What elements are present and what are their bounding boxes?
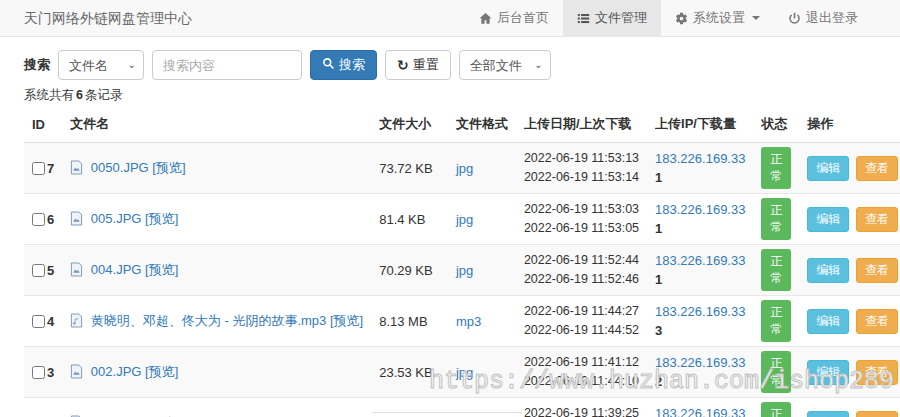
preview-link[interactable]: [预览] <box>145 211 178 226</box>
header-status: 状态 <box>753 107 799 143</box>
format-link[interactable]: jpg <box>456 212 473 227</box>
image-file-icon <box>70 262 83 280</box>
file-link[interactable]: 黄晓明、邓超、佟大为 - 光阴的故事.mp3 <box>91 313 326 328</box>
preview-link[interactable]: [预览] <box>330 313 363 328</box>
last-download-date: 2022-06-19 11:53:05 <box>524 219 639 238</box>
search-button[interactable]: 搜索 <box>310 50 377 80</box>
ip-link[interactable]: 183.226.169.33 <box>655 404 745 417</box>
format-link[interactable]: jpg <box>456 263 473 278</box>
edit-button[interactable]: 编辑 <box>807 360 849 385</box>
view-button[interactable]: 查看 <box>856 411 898 417</box>
search-field-select[interactable]: 文件名 <box>58 50 144 80</box>
preview-link[interactable]: [预览] <box>145 364 178 379</box>
search-icon <box>322 57 335 73</box>
reset-button[interactable]: ↻ 重置 <box>385 50 451 80</box>
file-link[interactable]: 002.JPG <box>91 364 142 379</box>
row-checkbox[interactable] <box>32 315 45 328</box>
view-button[interactable]: 查看 <box>856 207 898 232</box>
file-type-select[interactable]: 全部文件 <box>459 50 551 80</box>
ip-link[interactable]: 183.226.169.33 <box>655 251 745 271</box>
files-table: ID 文件名 文件大小 文件格式 上传日期/上次下载 上传IP/下载量 状态 操… <box>24 107 900 417</box>
download-count: 3 <box>655 321 745 341</box>
nav-item-label: 后台首页 <box>497 9 549 27</box>
image-file-icon <box>70 160 83 178</box>
view-button[interactable]: 查看 <box>856 156 898 181</box>
row-checkbox[interactable] <box>32 162 45 175</box>
chevron-down-icon <box>752 16 760 20</box>
edit-button[interactable]: 编辑 <box>807 207 849 232</box>
list-icon <box>577 12 590 25</box>
refresh-icon: ↻ <box>397 58 409 72</box>
row-checkbox[interactable] <box>32 264 45 277</box>
header-format: 文件格式 <box>448 107 516 143</box>
row-checkbox[interactable] <box>32 366 45 379</box>
format-link[interactable]: jpg <box>456 161 473 176</box>
view-button[interactable]: 查看 <box>856 309 898 334</box>
last-download-date: 2022-06-19 11:53:14 <box>524 168 639 187</box>
download-count: 1 <box>655 219 745 239</box>
header-id: ID <box>24 107 62 143</box>
download-count: 2 <box>655 372 745 392</box>
ip-link[interactable]: 183.226.169.33 <box>655 149 745 169</box>
row-id: 3 <box>47 365 54 380</box>
file-link[interactable]: 004.JPG <box>91 262 142 277</box>
row-checkbox[interactable] <box>32 213 45 226</box>
upload-date: 2022-06-19 11:44:27 <box>524 302 639 321</box>
ip-link[interactable]: 183.226.169.33 <box>655 353 745 373</box>
table-row: 7 0050.JPG [预览] 73.72 KB jpg 2022-06-19 … <box>24 143 900 194</box>
last-download-date: 2022-06-19 11:44:10 <box>524 372 639 391</box>
search-bar: 搜索 文件名 ⌄ 搜索 ↻ 重置 全部文件 ⌄ <box>24 50 876 80</box>
file-link[interactable]: 005.JPG <box>91 211 142 226</box>
edit-button[interactable]: 编辑 <box>807 411 849 417</box>
pagination-cutoff <box>372 412 522 417</box>
image-file-icon <box>70 364 83 382</box>
status-badge: 正常 <box>761 147 791 189</box>
nav-item-logout[interactable]: 退出登录 <box>774 0 872 36</box>
status-badge: 正常 <box>761 402 791 417</box>
status-badge: 正常 <box>761 198 791 240</box>
status-badge: 正常 <box>761 300 791 342</box>
header-filename: 文件名 <box>62 107 371 143</box>
nav-item-label: 文件管理 <box>595 9 647 27</box>
table-row: 5 004.JPG [预览] 70.29 KB jpg 2022-06-19 1… <box>24 245 900 296</box>
music-file-icon <box>70 313 83 331</box>
file-size: 70.29 KB <box>371 245 448 296</box>
nav-item-label: 系统设置 <box>693 9 745 27</box>
file-size: 81.4 KB <box>371 194 448 245</box>
nav-item-files[interactable]: 文件管理 <box>563 0 661 36</box>
app-title: 天门网络外链网盘管理中心 <box>0 0 212 36</box>
gear-icon <box>675 12 688 25</box>
search-input[interactable] <box>152 50 302 80</box>
row-id: 4 <box>47 314 54 329</box>
preview-link[interactable]: [预览] <box>152 160 185 175</box>
last-download-date: 2022-06-19 11:44:52 <box>524 321 639 340</box>
search-label: 搜索 <box>24 56 50 74</box>
ip-link[interactable]: 183.226.169.33 <box>655 200 745 220</box>
main-nav: 后台首页 文件管理 系统设置 退出登录 <box>465 0 872 36</box>
upload-date: 2022-06-19 11:39:25 <box>524 404 639 417</box>
nav-item-dashboard[interactable]: 后台首页 <box>465 0 563 36</box>
format-link[interactable]: mp3 <box>456 314 481 329</box>
view-button[interactable]: 查看 <box>856 258 898 283</box>
view-button[interactable]: 查看 <box>856 360 898 385</box>
power-icon <box>788 12 801 25</box>
row-id: 6 <box>47 212 54 227</box>
download-count: 1 <box>655 168 745 188</box>
table-row: 3 002.JPG [预览] 23.53 KB jpg 2022-06-19 1… <box>24 347 900 398</box>
preview-link[interactable]: [预览] <box>145 262 178 277</box>
edit-button[interactable]: 编辑 <box>807 258 849 283</box>
file-link[interactable]: 0050.JPG <box>91 160 149 175</box>
download-count: 1 <box>655 270 745 290</box>
edit-button[interactable]: 编辑 <box>807 309 849 334</box>
format-link[interactable]: jpg <box>456 365 473 380</box>
nav-item-settings[interactable]: 系统设置 <box>661 0 774 36</box>
last-download-date: 2022-06-19 11:52:46 <box>524 270 639 289</box>
upload-date: 2022-06-19 11:41:12 <box>524 353 639 372</box>
upload-date: 2022-06-19 11:53:13 <box>524 149 639 168</box>
status-badge: 正常 <box>761 351 791 393</box>
upload-date: 2022-06-19 11:53:03 <box>524 200 639 219</box>
ip-link[interactable]: 183.226.169.33 <box>655 302 745 322</box>
image-file-icon <box>70 211 83 229</box>
edit-button[interactable]: 编辑 <box>807 156 849 181</box>
status-badge: 正常 <box>761 249 791 291</box>
